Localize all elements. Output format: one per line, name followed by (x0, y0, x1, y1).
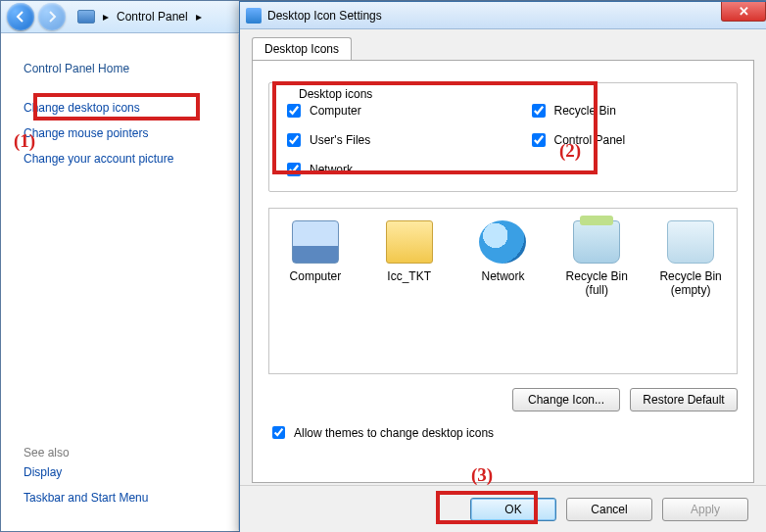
icon-label: Recycle Bin (full) (556, 269, 637, 297)
icon-item-recycle-empty[interactable]: Recycle Bin (empty) (650, 220, 731, 297)
recycle-bin-full-icon (573, 220, 620, 264)
checkbox-grid: Computer Recycle Bin User's Files Contro… (283, 101, 723, 179)
desktop-icons-group: Desktop icons Computer Recycle Bin User'… (268, 82, 738, 192)
left-panel: Control Panel Home Change desktop icons … (2, 34, 239, 530)
check-control-panel[interactable]: Control Panel (528, 130, 724, 150)
check-control-panel-input[interactable] (532, 133, 546, 147)
icon-item-network[interactable]: Network (462, 220, 543, 283)
recycle-bin-empty-icon (667, 220, 714, 264)
check-network-input[interactable] (287, 163, 301, 176)
see-also-heading: See also (2, 446, 238, 459)
change-account-picture-link[interactable]: Change your account picture (2, 146, 238, 171)
back-button[interactable] (7, 3, 34, 30)
check-network-label: Network (310, 163, 353, 176)
see-also-display[interactable]: Display (2, 459, 238, 485)
chevron-right-icon: ▸ (196, 10, 202, 24)
restore-default-button[interactable]: Restore Default (630, 388, 738, 411)
close-icon: ✕ (739, 4, 749, 19)
dialog-titlebar: Desktop Icon Settings (240, 2, 766, 29)
check-users-files-label: User's Files (310, 133, 370, 147)
arrow-left-icon (15, 11, 26, 23)
dialog-footer: OK Cancel Apply (240, 485, 766, 532)
check-users-files[interactable]: User's Files (283, 130, 479, 150)
allow-themes-row[interactable]: Allow themes to change desktop icons (268, 423, 738, 442)
change-icon-button[interactable]: Change Icon... (512, 388, 620, 411)
tab-desktop-icons[interactable]: Desktop Icons (252, 37, 352, 60)
check-computer-label: Computer (310, 104, 361, 118)
control-panel-window: ▸ Control Panel ▸ Control Panel Home Cha… (0, 0, 766, 532)
check-computer-input[interactable] (287, 104, 301, 118)
allow-themes-checkbox[interactable] (272, 426, 285, 439)
icon-label: Icc_TKT (369, 269, 450, 283)
check-recycle-bin-input[interactable] (532, 104, 546, 118)
change-mouse-pointers-link[interactable]: Change mouse pointers (2, 121, 238, 146)
icon-item-recycle-full[interactable]: Recycle Bin (full) (556, 220, 637, 297)
computer-icon (292, 220, 339, 264)
dialog-title: Desktop Icon Settings (267, 9, 382, 23)
icon-item-computer[interactable]: Computer (275, 220, 356, 283)
icon-item-user-folder[interactable]: Icc_TKT (369, 220, 450, 283)
check-computer[interactable]: Computer (283, 101, 479, 121)
control-panel-home-link[interactable]: Control Panel Home (2, 56, 238, 81)
icon-preview-area[interactable]: Computer Icc_TKT Network Recycle Bin (fu… (268, 208, 738, 374)
allow-themes-label: Allow themes to change desktop icons (294, 426, 494, 440)
folder-icon (386, 220, 433, 264)
tabstrip: Desktop Icons (252, 37, 754, 61)
see-also-taskbar[interactable]: Taskbar and Start Menu (2, 485, 238, 510)
breadcrumb[interactable]: ▸ Control Panel ▸ (77, 10, 202, 24)
breadcrumb-root: Control Panel (117, 10, 188, 24)
forward-button[interactable] (38, 3, 66, 30)
cancel-button[interactable]: Cancel (566, 498, 652, 521)
icon-label: Recycle Bin (empty) (650, 269, 731, 297)
check-network[interactable]: Network (283, 160, 479, 179)
icon-buttons-row: Change Icon... Restore Default (268, 388, 738, 411)
check-recycle-bin-label: Recycle Bin (554, 104, 616, 118)
tab-page: Desktop icons Computer Recycle Bin User'… (252, 60, 754, 483)
check-recycle-bin[interactable]: Recycle Bin (528, 101, 724, 121)
apply-button[interactable]: Apply (662, 498, 748, 521)
dialog-body: Desktop Icons Desktop icons Computer Rec… (252, 37, 754, 483)
icon-label: Computer (275, 269, 356, 283)
network-icon (479, 220, 526, 264)
check-users-files-input[interactable] (287, 133, 301, 147)
chevron-right-icon: ▸ (103, 10, 109, 24)
ok-button[interactable]: OK (470, 498, 556, 521)
icon-label: Network (462, 269, 543, 283)
desktop-icon-settings-dialog: Desktop Icon Settings ✕ Desktop Icons De… (239, 1, 766, 532)
arrow-right-icon (46, 11, 58, 23)
close-button[interactable]: ✕ (721, 2, 766, 22)
dialog-icon (246, 8, 262, 24)
change-desktop-icons-link[interactable]: Change desktop icons (2, 95, 238, 121)
control-panel-icon (77, 10, 95, 24)
group-label: Desktop icons (295, 87, 376, 101)
check-control-panel-label: Control Panel (554, 133, 626, 147)
